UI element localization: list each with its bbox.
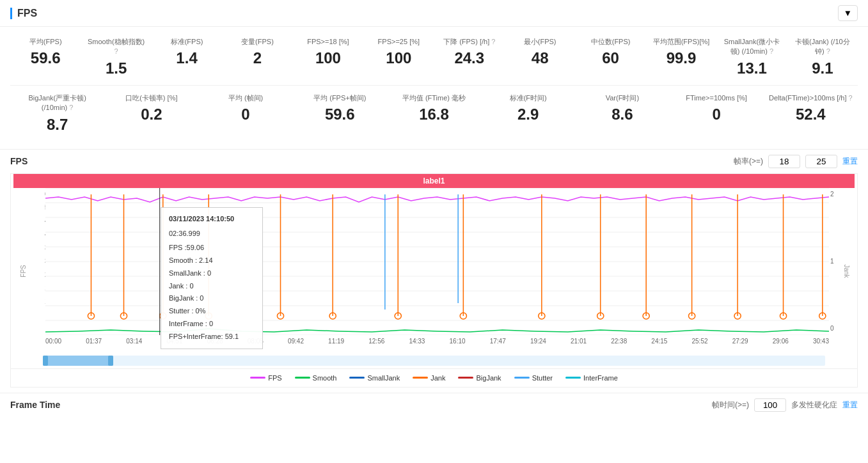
frame-time-header: Frame Time 帧时间(>=) 多发性硬化症 重置 (10, 398, 858, 412)
tooltip-fps-label: FPS (169, 244, 182, 251)
legend-item-smooth[interactable]: Smooth (295, 374, 337, 382)
metric-value: 60 (580, 49, 640, 67)
metric-item-row1-11: 卡顿(Jank) (/10分钟) ?9.1 (787, 35, 858, 80)
legend-item-interframe[interactable]: InterFrame (565, 374, 618, 382)
metric-value: 16.8 (392, 106, 476, 123)
legend-color-interframe (565, 377, 581, 379)
metric-label: Smooth(稳帧指数) ? (86, 37, 146, 57)
metric-value: 100 (368, 49, 429, 67)
tooltip-smooth-value: : 2.14 (195, 256, 213, 264)
tooltip-interframe-value: : 0 (205, 320, 213, 327)
frame-rate-input-1[interactable] (768, 155, 800, 168)
x-axis-label-12: 19:24 (530, 338, 546, 345)
fps-header: FPS 帧率(>=) 重置 (10, 155, 858, 168)
metric-label: Var(F时间) (580, 93, 664, 103)
fps-controls: 帧率(>=) 重置 (734, 155, 858, 168)
legend-item-fps[interactable]: FPS (250, 374, 281, 382)
metric-item-row2-6: Var(F时间)8.6 (575, 91, 669, 136)
metric-item-row1-3: 变量(FPS)2 (222, 35, 292, 80)
help-icon[interactable]: ? (491, 38, 495, 45)
tooltip-fpsplusinterframe-value: 59.1 (225, 333, 239, 340)
x-axis-label-17: 27:29 (732, 338, 748, 345)
help-icon[interactable]: ? (849, 94, 853, 102)
metric-item-row1-2: 标准(FPS)1.4 (152, 35, 222, 80)
metric-item-row2-4: 平均值 (FTime) 毫秒16.8 (387, 91, 481, 136)
tooltip-jank: Jank : 0 (169, 280, 255, 293)
fps-section: FPS 帧率(>=) 重置 label1 FPS Jank 6155494337… (0, 150, 868, 393)
metric-item-row1-6: 下降 (FPS) [/h] ?24.3 (434, 35, 505, 80)
frame-time-controls: 帧时间(>=) 多发性硬化症 重置 (712, 398, 858, 412)
metric-value: 48 (510, 49, 570, 67)
metric-value: 0 (203, 106, 287, 123)
metric-value: 52.4 (769, 106, 853, 123)
tooltip-bigjank: BigJank : 0 (169, 292, 255, 305)
x-axis-label-6: 09:42 (288, 338, 304, 345)
metric-label: 平均 (帧间) (203, 93, 287, 103)
tooltip-smooth: Smooth : 2.14 (169, 255, 255, 267)
tooltip-fpsplusinterframe-label: FPS+InterFrame: (169, 333, 223, 340)
frame-time-label: 帧时间(>=) (712, 400, 749, 411)
frame-rate-input-2[interactable] (805, 155, 837, 168)
page-title: FPS (10, 8, 37, 19)
frame-time-input[interactable] (754, 398, 786, 412)
metric-value: 13.1 (722, 59, 782, 77)
chart-label-bar: label1 (13, 174, 855, 188)
legend-color-jank (413, 377, 428, 379)
metric-label: BigJank(严重卡顿) (/10min) ? (15, 93, 99, 113)
metric-label: 标准(FPS) (157, 37, 217, 47)
metric-label: 中位数(FPS) (580, 37, 640, 47)
tooltip-fps-value: :59.06 (184, 244, 204, 251)
metric-value: 8.7 (15, 116, 99, 134)
metric-item-row2-7: FTime>=100ms [%]0 (670, 91, 764, 136)
fps-reset-button[interactable]: 重置 (842, 156, 858, 167)
chart-area[interactable]: FPS Jank 61554943373125181260 210 (13, 188, 855, 354)
help-icon[interactable]: ? (769, 47, 773, 55)
metric-value: 1.5 (86, 59, 146, 77)
legend-label-jank: Jank (430, 374, 445, 382)
metric-item-row2-0: BigJank(严重卡顿) (/10min) ?8.7 (10, 91, 104, 136)
help-icon[interactable]: ? (114, 47, 118, 55)
scrollbar-handle-right[interactable] (108, 356, 113, 366)
header-dropdown[interactable]: ▼ (838, 5, 858, 21)
chart-inner: 03/11/2023 14:10:50 02:36.999 FPS :59.06… (45, 188, 829, 335)
metric-label: FTime>=100ms [%] (675, 93, 759, 103)
legend-label-stutter: Stutter (532, 374, 553, 382)
metric-label: FPS>=25 [%] (368, 37, 429, 47)
legend-color-smooth (295, 377, 310, 379)
tooltip-bigjank-label: BigJank (169, 294, 194, 302)
frame-time-section: Frame Time 帧时间(>=) 多发性硬化症 重置 (0, 393, 868, 417)
legend-item-bigjank[interactable]: BigJank (458, 374, 501, 382)
metric-value: 59.6 (15, 49, 75, 67)
x-axis-label-18: 29:06 (773, 338, 789, 345)
metric-value: 9.1 (793, 59, 853, 77)
legend-color-smalljank (349, 377, 365, 379)
metric-item-row1-7: 最小(FPS)48 (505, 35, 575, 80)
legend-item-smalljank[interactable]: SmallJank (349, 374, 400, 382)
metric-label: 平均 (FPS+帧间) (298, 93, 382, 103)
metric-value: 1.4 (157, 49, 217, 67)
scrollbar-area[interactable] (43, 356, 825, 366)
metric-label: 变量(FPS) (227, 37, 287, 47)
x-axis-label-15: 24:15 (651, 338, 667, 345)
legend-item-jank[interactable]: Jank (413, 374, 445, 382)
help-icon[interactable]: ? (826, 47, 830, 55)
x-axis-label-10: 16:10 (450, 338, 466, 345)
fps-chart-container: label1 FPS Jank 61554943373125181260 210 (10, 173, 858, 388)
x-axis-label-1: 01:37 (86, 338, 102, 345)
x-axis-label-7: 11:19 (328, 338, 344, 345)
frame-rate-label: 帧率(>=) (734, 156, 763, 167)
legend-color-bigjank (458, 377, 473, 379)
scrollbar-handle-left[interactable] (43, 356, 48, 366)
legend-item-stutter[interactable]: Stutter (514, 374, 553, 382)
frame-time-reset-button[interactable]: 重置 (842, 400, 858, 411)
tooltip-smalljank-value: : 0 (203, 269, 211, 277)
tooltip-fpsplusinterframe: FPS+InterFrame: 59.1 (169, 331, 255, 343)
scrollbar-thumb[interactable] (43, 356, 113, 366)
metric-label: 平均值 (FTime) 毫秒 (392, 93, 476, 103)
x-axis-label-13: 21:01 (571, 338, 587, 345)
x-axis-label-16: 25:52 (692, 338, 708, 345)
help-icon[interactable]: ? (69, 104, 73, 111)
tooltip-fps: FPS :59.06 (169, 242, 255, 255)
x-axis-label-9: 14:33 (409, 338, 425, 345)
tooltip-smalljank: SmallJank : 0 (169, 267, 255, 280)
